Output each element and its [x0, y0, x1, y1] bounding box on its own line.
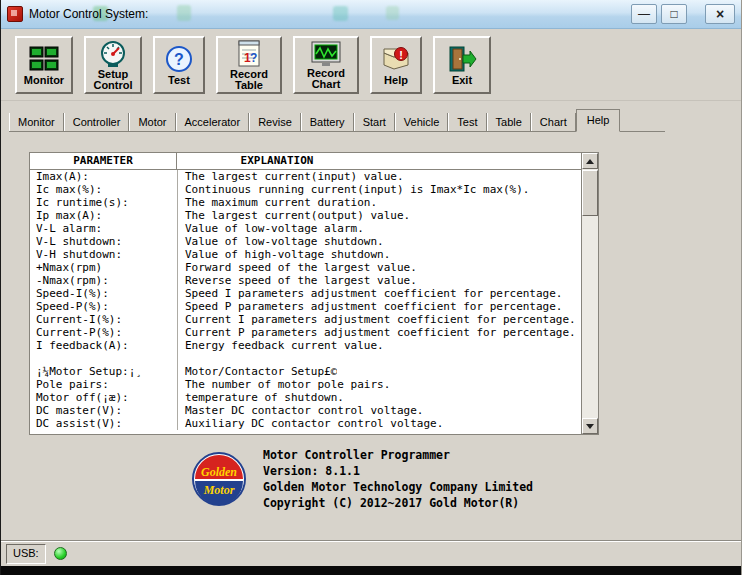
tab-vehicle[interactable]: Vehicle [395, 113, 448, 131]
explanation-cell: Value of low-voltage shutdown. [178, 235, 384, 248]
golden-motor-logo: Golden Motor [191, 451, 247, 507]
window-title: Motor Control System: [29, 7, 148, 21]
table-row: ¡¼Motor Setup:¡¸Motor/Contactor Setup£© [30, 365, 581, 378]
parameter-cell: DC assist(V): [30, 417, 178, 430]
about-line-version: Version: 8.1.1 [263, 463, 533, 479]
tab-table[interactable]: Table [487, 113, 531, 131]
tab-battery[interactable]: Battery [301, 113, 354, 131]
explanation-cell: Value of high-voltage shutdown. [178, 248, 390, 261]
parameter-cell: Ip max(A): [30, 209, 178, 222]
scroll-down-arrow-icon [586, 424, 594, 429]
parameter-cell: I feedback(A): [30, 339, 178, 352]
parameter-cell: -Nmax(rpm): [30, 274, 178, 287]
explanation-cell: temperature of shutdown. [178, 391, 344, 404]
scroll-up-arrow-icon [586, 159, 594, 164]
svg-text:?: ? [250, 51, 257, 65]
parameter-cell: Pole pairs: [30, 378, 178, 391]
scrollbar-thumb[interactable] [582, 170, 598, 216]
parameter-cell: Speed-I(%): [30, 287, 178, 300]
toolbar-button-label: Help [384, 75, 408, 86]
gauge-icon [99, 40, 127, 68]
parameter-cell: Speed-P(%): [30, 300, 178, 313]
toolbar-button-label: Record Chart [297, 68, 355, 90]
parameter-cell: ¡¼Motor Setup:¡¸ [30, 365, 178, 378]
parameter-cell: Imax(A): [30, 170, 178, 183]
explanation-cell: The number of motor pole pairs. [178, 378, 390, 391]
toolbar-button-label: Record Table [220, 69, 278, 91]
parameter-cell: V-L shutdown: [30, 235, 178, 248]
table-row: V-H shutdown:Value of high-voltage shutd… [30, 248, 581, 261]
question-circle-icon: ? [165, 44, 193, 74]
scroll-up-button[interactable] [582, 153, 598, 169]
titlebar-glass-decoration [386, 6, 399, 20]
maximize-button[interactable]: □ [661, 4, 687, 24]
svg-text:?: ? [174, 51, 184, 68]
about-line-company: Golden Motor Technology Company Limited [263, 479, 533, 495]
app-icon [7, 6, 23, 22]
explanation-cell: The maximum current duration. [178, 196, 377, 209]
record-table-button[interactable]: 1 ? Record Table [216, 36, 282, 94]
help-button[interactable]: ! Help [370, 36, 422, 94]
monitors-grid-icon [29, 44, 59, 74]
svg-text:!: ! [399, 49, 403, 61]
table-row: V-L shutdown:Value of low-voltage shutdo… [30, 235, 581, 248]
parameter-cell: Ic runtime(s): [30, 196, 178, 209]
notepad-icon: 1 ? [236, 40, 262, 68]
about-section: Golden Motor Motor Controller Programmer… [191, 447, 741, 511]
tab-motor[interactable]: Motor [129, 113, 175, 131]
record-chart-button[interactable]: Record Chart [293, 36, 359, 94]
toolbar: Monitor Setup Control [1, 29, 741, 101]
tab-chart[interactable]: Chart [531, 113, 576, 131]
explanation-cell: Motor/Contactor Setup£© [178, 365, 337, 378]
monitor-button[interactable]: Monitor [15, 36, 73, 94]
exit-door-icon [447, 44, 477, 74]
tab-monitor[interactable]: Monitor [9, 113, 64, 131]
table-row: DC assist(V):Auxiliary DC contactor cont… [30, 417, 581, 430]
table-row: Speed-P(%):Speed P parameters adjustment… [30, 300, 581, 313]
app-window: Motor Control System: — □ × Mo [0, 0, 742, 575]
explanation-cell: Current I parameters adjustment coeffici… [178, 313, 576, 326]
tab-test[interactable]: Test [448, 113, 486, 131]
toolbar-button-label: Exit [452, 75, 472, 86]
explanation-cell: Reverse speed of the largest value. [178, 274, 417, 287]
tab-start[interactable]: Start [354, 113, 395, 131]
parameter-cell [30, 352, 178, 365]
scroll-down-button[interactable] [582, 418, 598, 434]
toolbar-button-label: Test [168, 75, 190, 86]
setup-control-button[interactable]: Setup Control [84, 36, 142, 94]
parameter-cell: Current-P(%): [30, 326, 178, 339]
title-bar: Motor Control System: — □ × [1, 0, 741, 29]
explanation-cell: Speed P parameters adjustment coefficien… [178, 300, 563, 313]
table-row: Ic runtime(s):The maximum current durati… [30, 196, 581, 209]
close-button[interactable]: × [705, 4, 735, 24]
tab-accelerator[interactable]: Accelerator [176, 113, 250, 131]
explanation-cell: Energy feedback current value. [178, 339, 384, 352]
exit-button[interactable]: Exit [433, 36, 491, 94]
table-row: Ip max(A):The largest current(output) va… [30, 209, 581, 222]
explanation-cell: Speed I parameters adjustment coefficien… [178, 287, 563, 300]
explanation-cell: Current P parameters adjustment coeffici… [178, 326, 576, 339]
tab-controller[interactable]: Controller [64, 113, 130, 131]
table-header: PARAMETER EXPLANATION [30, 153, 598, 170]
parameter-cell: V-L alarm: [30, 222, 178, 235]
parameter-cell: DC master(V): [30, 404, 178, 417]
table-row: Speed-I(%):Speed I parameters adjustment… [30, 287, 581, 300]
vertical-scrollbar[interactable] [581, 153, 598, 434]
table-row: Ic max(%):Continuous running current(inp… [30, 183, 581, 196]
table-row: Current-P(%):Current P parameters adjust… [30, 326, 581, 339]
table-row: I feedback(A):Energy feedback current va… [30, 339, 581, 352]
parameter-column-header: PARAMETER [30, 153, 177, 170]
usb-led-indicator [54, 547, 67, 560]
table-row: Pole pairs:The number of motor pole pair… [30, 378, 581, 391]
explanation-cell [178, 352, 185, 365]
tab-help[interactable]: Help [576, 109, 621, 132]
table-body: Imax(A):The largest current(input) value… [30, 170, 581, 434]
status-bar: USB: [1, 540, 741, 566]
toolbar-button-label: Setup Control [88, 69, 138, 91]
test-button[interactable]: ? Test [153, 36, 205, 94]
tab-revise[interactable]: Revise [249, 113, 301, 131]
explanation-cell: The largest current(input) value. [178, 170, 404, 183]
minimize-button[interactable]: — [631, 4, 657, 24]
oscilloscope-icon [311, 40, 341, 67]
bottom-border-strip [1, 566, 741, 575]
